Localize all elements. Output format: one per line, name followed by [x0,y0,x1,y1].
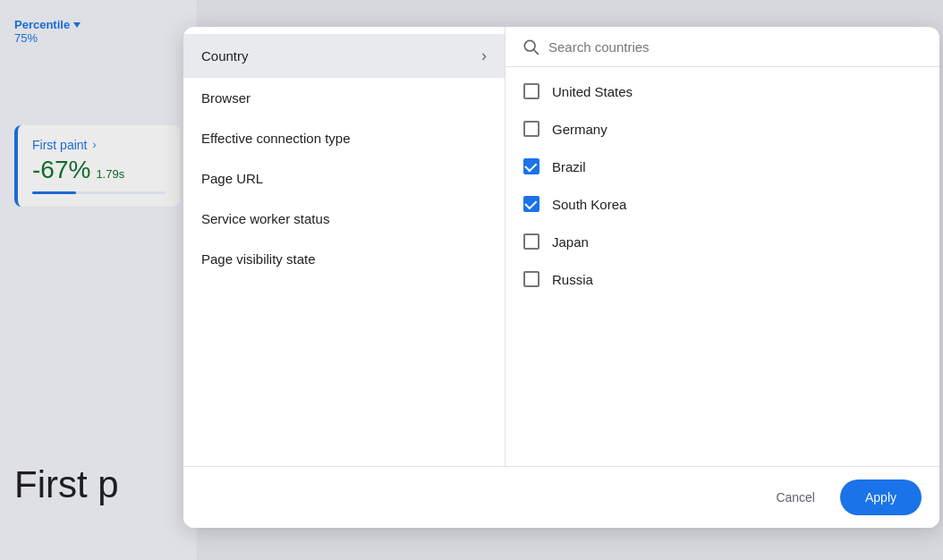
country-item-jp[interactable]: Japan [505,223,939,260]
country-item-br[interactable]: Brazil [505,148,939,185]
country-item-us[interactable]: United States [505,72,939,110]
menu-item-label: Page visibility state [201,251,316,267]
menu-item-page-url[interactable]: Page URL [183,158,505,199]
country-label-kr: South Korea [552,197,626,212]
checkbox-us[interactable] [523,83,539,99]
menu-item-label: Country [201,48,249,64]
country-item-kr[interactable]: South Korea [505,185,939,223]
dropdown-footer: Cancel Apply [183,466,939,528]
country-label-ru: Russia [552,272,593,287]
right-panel: United States Germany Brazil South Korea… [505,27,939,466]
menu-item-effective-connection[interactable]: Effective connection type [183,118,505,158]
country-item-ru[interactable]: Russia [505,260,939,298]
search-bar [505,27,939,67]
menu-item-label: Browser [201,90,251,106]
country-label-jp: Japan [552,234,589,250]
menu-item-page-visibility[interactable]: Page visibility state [183,239,505,279]
menu-item-service-worker[interactable]: Service worker status [183,199,505,239]
search-icon [522,38,539,55]
menu-item-label: Page URL [201,171,263,186]
countries-list: United States Germany Brazil South Korea… [505,67,939,466]
checkbox-de[interactable] [523,121,539,137]
checkbox-br[interactable] [523,158,539,174]
menu-item-label: Effective connection type [201,131,351,146]
chevron-right-icon: › [481,47,487,65]
country-label-de: Germany [552,122,607,137]
country-item-de[interactable]: Germany [505,110,939,148]
left-menu: Country›BrowserEffective connection type… [183,27,505,466]
menu-item-browser[interactable]: Browser [183,78,505,118]
country-label-br: Brazil [552,159,586,174]
filter-dropdown: Country›BrowserEffective connection type… [183,27,939,528]
menu-item-country[interactable]: Country› [183,34,505,78]
checkbox-ru[interactable] [523,271,539,287]
svg-line-1 [534,50,539,55]
country-label-us: United States [552,84,633,99]
apply-button[interactable]: Apply [840,479,922,515]
checkbox-kr[interactable] [523,196,539,212]
search-input[interactable] [548,39,923,55]
cancel-button[interactable]: Cancel [761,481,829,513]
menu-item-label: Service worker status [201,211,329,226]
dropdown-main: Country›BrowserEffective connection type… [183,27,939,466]
checkbox-jp[interactable] [523,233,539,250]
